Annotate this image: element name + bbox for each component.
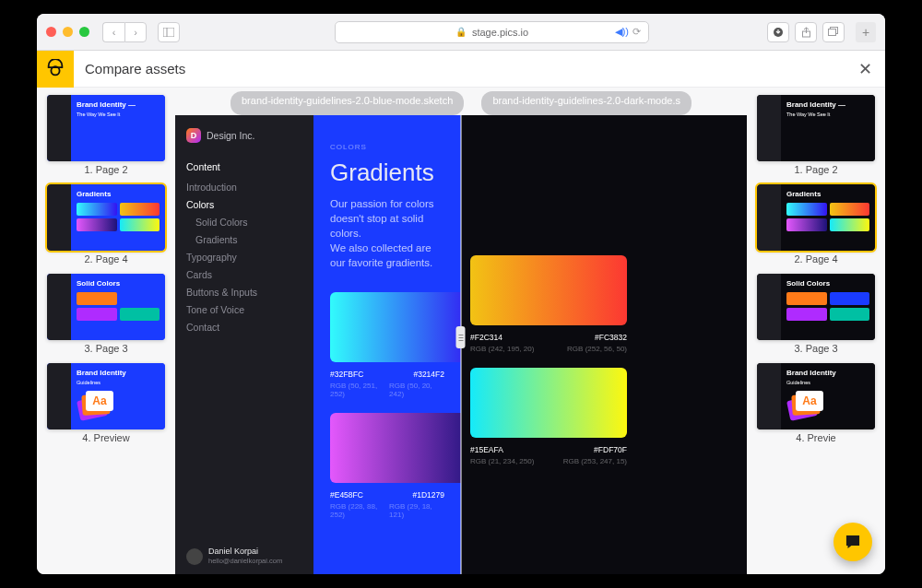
chat-launcher[interactable] <box>833 523 872 561</box>
gradient-swatch <box>330 413 461 483</box>
thumbnail-label: 3. Page 3 <box>794 343 837 354</box>
section-eyebrow: COLORS <box>330 143 444 151</box>
rgb-label: RGB (242, 195, 20) <box>470 345 534 353</box>
compare-canvas: D Design Inc. Content Introduction Color… <box>175 115 747 574</box>
thumbnail[interactable]: Solid Colors 3. Page 3 <box>46 274 166 359</box>
close-window-icon[interactable] <box>46 27 56 37</box>
svg-rect-0 <box>163 28 174 37</box>
hex-label: #FC3832 <box>595 333 627 342</box>
doc-content-right: #F2C314#FC3832 RGB (242, 195, 20)RGB (25… <box>470 255 734 480</box>
file-tab-right[interactable]: brand-identity-guidelines-2.0-dark-mode.… <box>481 91 692 115</box>
nav-item[interactable]: Colors <box>186 199 302 210</box>
new-tab-button[interactable]: + <box>856 22 876 42</box>
section-body: Our passion for colors doesn't stop at s… <box>330 196 444 270</box>
hex-label: #1D1279 <box>412 490 444 500</box>
hex-label: #FDF70F <box>594 445 627 454</box>
rgb-label: RGB (21, 234, 250) <box>470 457 534 465</box>
compare-center: brand-identity-guidelines-2.0-blue-mode.… <box>175 88 747 574</box>
nav-item[interactable]: Cards <box>186 269 302 280</box>
hex-label: #E458FC <box>330 490 363 500</box>
close-icon[interactable]: ✕ <box>858 59 872 79</box>
rgb-label: RGB (252, 56, 50) <box>567 345 627 353</box>
thumbnails-left: Brand Identity —The Way We See It 1. Pag… <box>37 88 175 574</box>
sidebar-toggle-icon[interactable] <box>158 22 180 42</box>
doc-content-left: COLORS Gradients Our passion for colors … <box>313 115 461 574</box>
hex-label: #F2C314 <box>470 333 502 342</box>
minimize-window-icon[interactable] <box>63 27 73 37</box>
nav-item[interactable]: Buttons & Inputs <box>186 287 302 298</box>
section-heading: Gradients <box>330 159 444 187</box>
compare-divider[interactable] <box>461 115 462 574</box>
thumbnail[interactable]: Gradients 2. Page 4 <box>756 184 876 270</box>
thumbnail[interactable]: Brand Identity —The Way We See It 1. Pag… <box>756 95 876 181</box>
compare-pane-left: D Design Inc. Content Introduction Color… <box>175 115 461 574</box>
hex-label: #3214F2 <box>413 370 444 379</box>
url-text: stage.pics.io <box>472 27 528 38</box>
gradient-swatch <box>470 368 627 438</box>
thumbnail-label: 3. Page 3 <box>84 343 127 354</box>
thumbnail-label: 4. Previe <box>796 432 835 443</box>
address-bar[interactable]: 🔒 stage.pics.io ◀︎)) ⟳ <box>335 21 649 43</box>
rgb-label: RGB (50, 251, 252) <box>330 382 389 398</box>
thumbnail[interactable]: Brand IdentityGuidelinesAa 4. Previe <box>756 363 876 449</box>
nav-item[interactable]: Introduction <box>186 182 302 193</box>
rgb-label: RGB (29, 18, 121) <box>389 502 444 519</box>
doc-sidebar: D Design Inc. Content Introduction Color… <box>175 115 313 574</box>
hex-label: #32FBFC <box>330 370 363 379</box>
browser-chrome: ‹ › 🔒 stage.pics.io ◀︎)) ⟳ + <box>37 14 885 51</box>
avatar <box>186 548 203 565</box>
hex-label: #15EAFA <box>470 445 503 454</box>
thumbnail-label: 2. Page 4 <box>794 253 837 265</box>
maximize-window-icon[interactable] <box>79 27 89 37</box>
toolbar-right <box>767 22 845 42</box>
nav-title: Content <box>186 161 302 172</box>
traffic-lights <box>46 27 89 37</box>
thumbnail-label: 4. Preview <box>82 432 129 443</box>
tabs-icon[interactable] <box>822 22 845 42</box>
forward-button[interactable]: › <box>124 22 147 42</box>
share-icon[interactable] <box>795 22 817 42</box>
rgb-label: RGB (253, 247, 15) <box>563 457 627 465</box>
thumbnail-label: 1. Page 2 <box>794 164 837 175</box>
rgb-label: RGB (228, 88, 252) <box>330 502 389 519</box>
nav-item[interactable]: Typography <box>186 252 302 263</box>
thumbnail[interactable]: Brand Identity —The Way We See It 1. Pag… <box>46 95 166 181</box>
nav-item[interactable]: Contact <box>186 322 302 333</box>
doc-nav: Introduction Colors Solid Colors Gradien… <box>186 182 302 333</box>
thumbnail[interactable]: Gradients 2. Page 4 <box>46 184 166 270</box>
gradient-swatch <box>330 292 461 362</box>
downloads-icon[interactable] <box>767 22 789 42</box>
doc-logo-icon: D <box>186 128 201 143</box>
author-name: Daniel Korpai <box>208 547 282 557</box>
compare-view: Brand Identity —The Way We See It 1. Pag… <box>37 88 885 574</box>
thumbnail-label: 1. Page 2 <box>84 164 127 175</box>
app-bar: Compare assets ✕ <box>37 51 885 88</box>
back-button[interactable]: ‹ <box>102 22 124 42</box>
compare-pane-right: #F2C314#FC3832 RGB (242, 195, 20)RGB (25… <box>461 115 747 574</box>
doc-brand: D Design Inc. <box>186 128 302 143</box>
app-logo[interactable] <box>37 51 74 88</box>
nav-item[interactable]: Tone of Voice <box>186 304 302 315</box>
file-tabs: brand-identity-guidelines-2.0-blue-mode.… <box>175 88 747 115</box>
page-title: Compare assets <box>85 61 185 76</box>
thumbnail[interactable]: Solid Colors 3. Page 3 <box>756 274 876 359</box>
doc-author: Daniel Korpai hello@danielkorpai.com <box>186 547 302 565</box>
gradient-swatch <box>470 255 627 325</box>
doc-brand-name: Design Inc. <box>207 130 255 141</box>
nav-item[interactable]: Gradients <box>186 234 302 245</box>
drag-handle-icon[interactable] <box>456 326 466 348</box>
browser-window: ‹ › 🔒 stage.pics.io ◀︎)) ⟳ + <box>37 14 885 574</box>
thumbnail[interactable]: Brand IdentityGuidelinesAa 4. Preview <box>46 363 166 449</box>
thumbnails-right: Brand Identity —The Way We See It 1. Pag… <box>747 88 885 574</box>
svg-rect-5 <box>829 29 836 36</box>
thumbnail-label: 2. Page 4 <box>84 253 127 265</box>
lock-icon: 🔒 <box>455 27 467 37</box>
file-tab-left[interactable]: brand-identity-guidelines-2.0-blue-mode.… <box>230 91 464 115</box>
history-buttons: ‹ › <box>102 22 147 42</box>
author-email: hello@danielkorpai.com <box>208 557 282 565</box>
rgb-label: RGB (50, 20, 242) <box>389 382 444 398</box>
nav-item[interactable]: Solid Colors <box>186 217 302 228</box>
reader-controls[interactable]: ◀︎)) ⟳ <box>615 26 641 38</box>
